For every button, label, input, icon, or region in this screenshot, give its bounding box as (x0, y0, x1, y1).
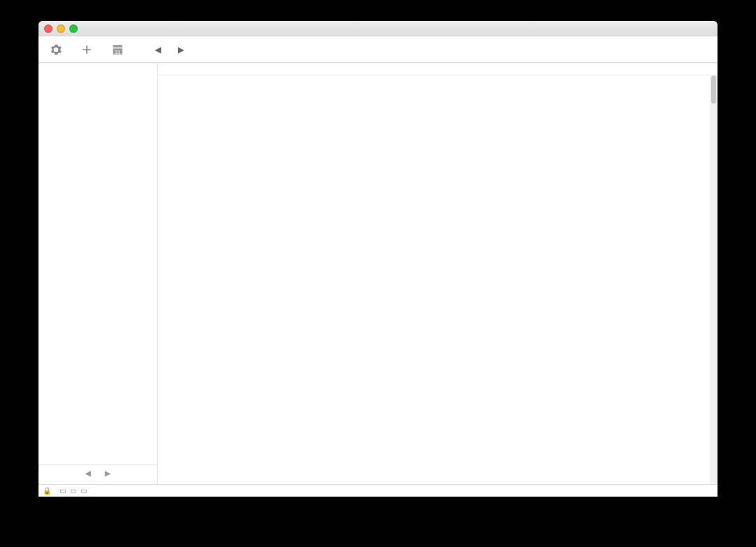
next-period-button[interactable]: ▶ (178, 45, 184, 55)
zoom-out-icon[interactable]: ▭ (59, 487, 66, 495)
gear-icon (49, 43, 63, 57)
plus-icon (80, 43, 94, 57)
mini-prev-month[interactable]: ◀ (85, 469, 91, 477)
zoom-toggle-icon[interactable]: ▭ (70, 487, 76, 495)
day-headers (158, 63, 718, 76)
vertical-scrollbar[interactable] (710, 76, 718, 484)
minimize-window-button[interactable] (57, 24, 65, 33)
settings-button[interactable] (44, 39, 68, 60)
lock-icon: 🔒 (43, 487, 51, 495)
svg-text:31: 31 (115, 48, 120, 55)
status-bar: 🔒 ▭ ▭ ▭ (38, 484, 718, 497)
titlebar (38, 21, 718, 36)
go-to-today-button[interactable]: 31 (106, 39, 130, 60)
layout-icon[interactable]: ▭ (80, 487, 87, 495)
add-event-button[interactable] (75, 39, 99, 60)
prev-period-button[interactable]: ◀ (155, 45, 161, 55)
zoom-window-button[interactable] (69, 24, 78, 33)
toolbar: 31 ◀ ▶ (38, 36, 718, 63)
mini-calendar: ◀ ▶ (38, 464, 157, 484)
close-window-button[interactable] (44, 24, 52, 33)
calendar-icon: 31 (111, 43, 125, 57)
mini-next-month[interactable]: ▶ (105, 469, 111, 477)
